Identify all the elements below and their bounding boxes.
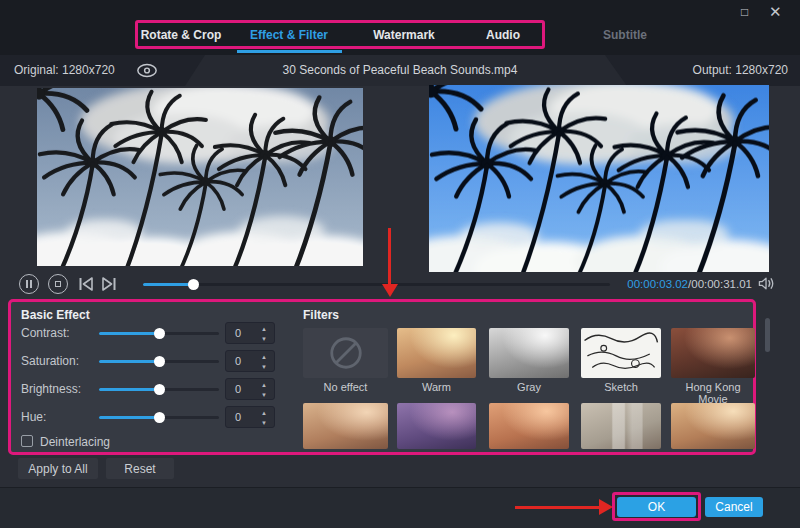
previous-frame-icon [78,277,94,291]
saturation-slider-fill [99,360,159,363]
hue-spinner[interactable]: 0 ▲▼ [225,406,275,428]
spin-down-icon[interactable]: ▼ [259,334,269,344]
hue-slider[interactable] [99,416,219,419]
output-resolution-label: Output: 1280x720 [693,63,788,77]
seek-slider-track[interactable] [143,283,610,286]
filter-tile-no-effect[interactable] [303,328,388,378]
contrast-slider[interactable] [99,332,219,335]
spin-up-icon[interactable]: ▲ [259,352,269,362]
apply-to-all-button[interactable]: Apply to All [18,458,98,479]
active-tab-underline [237,50,342,53]
contrast-row: Contrast: 0 ▲▼ [11,321,291,345]
filters-scrollbar[interactable] [765,318,770,352]
tab-watermark[interactable]: Watermark [354,24,454,46]
saturation-slider-thumb[interactable] [154,356,165,367]
tab-rotate-crop[interactable]: Rotate & Crop [130,24,232,46]
next-frame-button[interactable] [101,277,117,291]
spin-up-icon[interactable]: ▲ [259,324,269,334]
effects-panel: Basic Effect Contrast: 0 ▲▼ Saturation: … [8,299,756,455]
pause-button[interactable] [19,274,39,294]
next-frame-icon [101,277,117,291]
filter-tile-sketch[interactable] [581,328,661,378]
filter-label-no-effect: No effect [303,381,388,393]
filter-label-gray: Gray [489,381,569,393]
checkbox-icon[interactable] [21,435,33,447]
titlebar: □ ✕ Rotate & Crop Effect & Filter Waterm… [0,0,800,55]
saturation-slider[interactable] [99,360,219,363]
spin-up-icon[interactable]: ▲ [259,408,269,418]
filter-tile-row2-5[interactable] [671,403,755,449]
saturation-value: 0 [235,355,241,367]
brightness-slider-fill [99,388,159,391]
seek-slider-thumb[interactable] [188,279,199,290]
contrast-value: 0 [235,327,241,339]
basic-effect-title: Basic Effect [21,308,90,322]
maximize-icon[interactable]: □ [741,6,748,18]
brightness-row: Brightness: 0 ▲▼ [11,377,291,401]
stop-button[interactable] [48,274,68,294]
filter-tile-row2-4[interactable] [581,403,661,449]
hue-slider-thumb[interactable] [154,412,165,423]
video-editor-window: □ ✕ Rotate & Crop Effect & Filter Waterm… [0,0,800,528]
filter-tile-row2-1[interactable] [303,403,388,449]
saturation-label: Saturation: [21,354,79,368]
speaker-icon [758,276,775,291]
spin-down-icon[interactable]: ▼ [259,390,269,400]
brightness-spinner[interactable]: 0 ▲▼ [225,378,275,400]
output-video-preview [429,85,769,272]
reset-button[interactable]: Reset [106,458,174,479]
tab-effect-filter[interactable]: Effect & Filter [238,24,340,46]
contrast-spinner[interactable]: 0 ▲▼ [225,322,275,344]
hue-row: Hue: 0 ▲▼ [11,405,291,429]
hue-label: Hue: [21,410,46,424]
volume-button[interactable] [758,276,775,291]
contrast-slider-fill [99,332,159,335]
filter-tile-warm[interactable] [397,328,476,378]
total-time: 00:00:31.01 [691,278,752,290]
brightness-value: 0 [235,383,241,395]
annotation-arrow-down [388,228,391,285]
seek-slider-fill [143,283,192,286]
ok-button[interactable]: OK [617,497,696,517]
pause-icon [26,280,32,288]
stop-icon [55,281,61,287]
tab-audio[interactable]: Audio [453,24,553,46]
output-info-panel: Output: 1280x720 [605,55,800,86]
filter-label-warm: Warm [397,381,476,393]
contrast-slider-thumb[interactable] [154,328,165,339]
brightness-label: Brightness: [21,382,81,396]
spin-up-icon[interactable]: ▲ [259,380,269,390]
preview-eye-icon[interactable] [136,63,158,78]
previous-frame-button[interactable] [78,277,94,291]
brightness-slider[interactable] [99,388,219,391]
tab-subtitle[interactable]: Subtitle [575,24,675,46]
filter-tile-row2-3[interactable] [489,403,569,449]
brightness-slider-thumb[interactable] [154,384,165,395]
original-resolution-label: Original: 1280x720 [14,63,115,77]
filter-label-sketch: Sketch [581,381,661,393]
original-info-panel: Original: 1280x720 [0,55,205,86]
sketch-strokes [582,329,660,377]
current-time: 00:00:03.02 [627,278,688,290]
filter-tile-hong-kong-movie[interactable] [671,328,755,378]
contrast-label: Contrast: [21,326,70,340]
cancel-button[interactable]: Cancel [705,497,763,517]
saturation-row: Saturation: 0 ▲▼ [11,349,291,373]
saturation-spinner[interactable]: 0 ▲▼ [225,350,275,372]
spin-down-icon[interactable]: ▼ [259,418,269,428]
filter-tile-row2-2[interactable] [397,403,476,449]
video-filename: 30 Seconds of Peaceful Beach Sounds.mp4 [200,63,600,77]
close-icon[interactable]: ✕ [769,4,782,19]
time-display: 00:00:03.02/00:00:31.01 [600,278,752,290]
no-effect-icon [327,334,365,372]
original-video-preview [37,88,363,266]
filter-label-hong-kong-movie: Hong Kong Movie [671,381,755,405]
filter-tile-gray[interactable] [489,328,569,378]
filters-title: Filters [303,308,339,322]
hue-value: 0 [235,411,241,423]
spin-down-icon[interactable]: ▼ [259,362,269,372]
deinterlacing-label: Deinterlacing [40,435,110,449]
preview-header: Original: 1280x720 30 Seconds of Peacefu… [0,55,800,86]
hue-slider-fill [99,416,159,419]
